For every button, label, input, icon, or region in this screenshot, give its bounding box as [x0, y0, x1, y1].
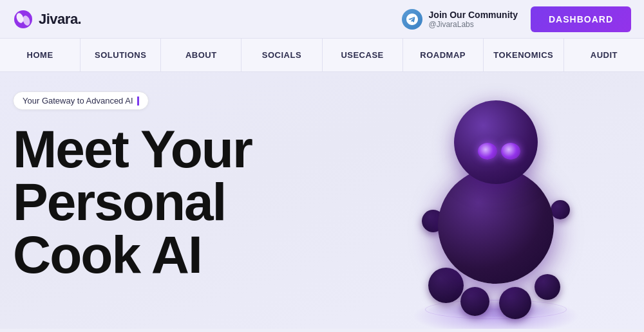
nav-item-tokenomics[interactable]: TOKENOMICS: [484, 39, 564, 71]
community-handle: @JivaraLabs: [429, 20, 518, 29]
nav-item-usecase[interactable]: USECASE: [323, 39, 403, 71]
nav-item-home[interactable]: HOME: [0, 39, 80, 71]
nav-item-socials[interactable]: SOCIALS: [242, 39, 322, 71]
hero-title-line2: Personal: [13, 176, 625, 228]
community-text: Join Our Community @JivaraLabs: [429, 10, 518, 29]
community-title: Join Our Community: [429, 10, 518, 20]
nav-item-audit[interactable]: AUDIT: [564, 39, 644, 71]
robot-ball-2: [460, 287, 489, 316]
hero-content: Your Gateway to Advanced AI Meet Your Pe…: [13, 91, 625, 281]
telegram-icon: [402, 9, 422, 30]
gateway-badge-text: Your Gateway to Advanced AI: [23, 96, 133, 106]
nav-item-about[interactable]: ABOUT: [161, 39, 242, 71]
community-link[interactable]: Join Our Community @JivaraLabs: [402, 9, 518, 30]
hero-title: Meet Your Personal Cook AI: [13, 123, 625, 281]
hero-title-line3: Cook AI: [13, 228, 625, 281]
dashboard-button[interactable]: DASHBOARD: [531, 6, 631, 32]
hero-title-line1: Meet Your: [13, 123, 625, 176]
header: Jivara. Join Our Community @JivaraLabs D…: [0, 0, 644, 39]
logo[interactable]: Jivara.: [13, 9, 81, 30]
nav-item-roadmap[interactable]: ROADMAP: [403, 39, 484, 71]
hero-section: Your Gateway to Advanced AI Meet Your Pe…: [0, 72, 644, 329]
robot-ball-3: [499, 287, 531, 319]
nav-item-solutions[interactable]: SOLUTIONS: [80, 39, 161, 71]
header-right: Join Our Community @JivaraLabs DASHBOARD: [402, 6, 631, 32]
badge-cursor: [137, 97, 139, 106]
logo-icon: [13, 9, 33, 30]
gateway-badge: Your Gateway to Advanced AI: [13, 91, 149, 110]
logo-text: Jivara.: [39, 11, 81, 28]
main-nav: HOME SOLUTIONS ABOUT SOCIALS USECASE ROA…: [0, 39, 644, 72]
